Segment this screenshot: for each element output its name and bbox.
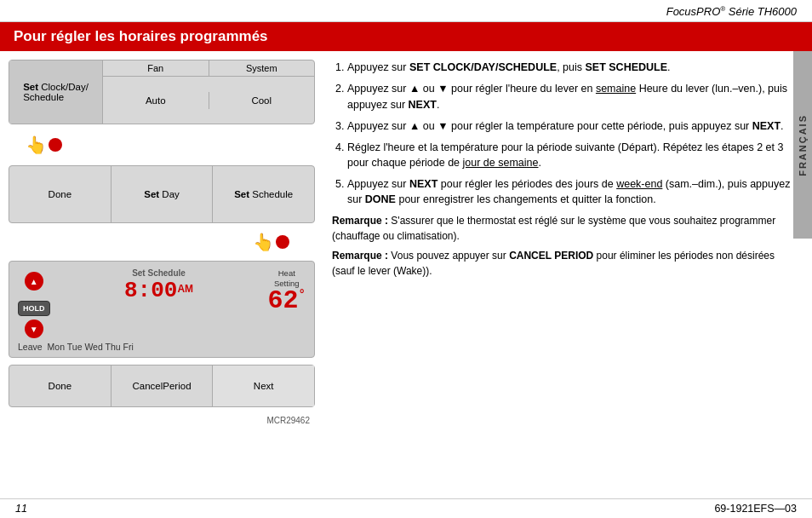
done-action-cell[interactable]: Done — [9, 365, 112, 406]
jour-semaine-underline: jour de semaine — [463, 157, 539, 169]
step2-next: NEXT — [409, 99, 437, 111]
mcr-label: MCR29462 — [9, 414, 315, 425]
panel3-bottom: Leave Mon Tue Wed Thu Fri — [18, 342, 306, 352]
next-cell[interactable]: Next — [213, 365, 314, 406]
step-1: Appuyez sur SET CLOCK/DAY/SCHEDULE, puis… — [347, 60, 795, 75]
note-1: Remarque : S'assurer que le thermostat e… — [332, 214, 795, 244]
time-display: 8:00AM — [124, 279, 193, 302]
temp-value: 62° — [268, 288, 306, 314]
finger-area-2: 👆 — [9, 230, 315, 254]
step2-up: ▲ — [409, 83, 420, 95]
set-schedule-cell: Set Schedule — [213, 166, 314, 222]
schedule-label: Schedule — [249, 189, 293, 199]
day-label: Day — [159, 189, 180, 199]
am-label: AM — [177, 283, 193, 295]
step1-bold2: SET SCHEDULE — [586, 61, 668, 73]
red-circle-2 — [276, 235, 289, 249]
fan-value: Auto — [103, 92, 209, 109]
hand-icon-2: 👆 — [253, 232, 274, 252]
system-value: Cool — [209, 92, 315, 109]
brand-name: FocusPRO — [666, 5, 721, 18]
fan-header: Fan — [103, 60, 209, 76]
section-title: Pour régler les horaires programmés — [0, 22, 812, 51]
step-4: Réglez l'heure et la température pour la… — [347, 140, 795, 170]
step3-next: NEXT — [752, 120, 781, 132]
header: FocusPRO® Série TH6000 — [0, 0, 812, 22]
leave-label: Leave — [18, 342, 43, 352]
cancel-period-cell[interactable]: CancelPeriod — [112, 365, 214, 406]
section-title-text: Pour régler les horaires programmés — [14, 28, 268, 44]
step5-done: DONE — [365, 193, 396, 205]
page: FocusPRO® Série TH6000 Pour régler les h… — [0, 0, 812, 518]
footer: 11 69-1921EFS—03 — [0, 498, 812, 518]
instructions-col: Appuyez sur SET CLOCK/DAY/SCHEDULE, puis… — [323, 60, 803, 498]
temp-number: 62 — [268, 286, 299, 315]
system-header: System — [209, 60, 315, 76]
step-2: Appuyez sur ▲ ou ▼ pour régler l'heure d… — [347, 81, 795, 112]
note2-bold: Remarque : — [332, 250, 388, 262]
finger-area-1: 👆 — [9, 131, 315, 158]
step1-bold1: SET CLOCK/DAY/SCHEDULE — [409, 61, 557, 73]
step-5: Appuyez sur NEXT pour régler les période… — [347, 176, 795, 207]
cancel-period-ref: CANCEL PERIOD — [509, 250, 593, 262]
header-title: FocusPRO® Série TH6000 — [666, 5, 797, 18]
up-arrow-btn[interactable]: ▲ — [25, 272, 43, 291]
degree-symbol: ° — [299, 288, 306, 302]
page-number: 11 — [15, 503, 27, 515]
francais-sidebar: FRANÇAIS — [793, 51, 812, 239]
panel1-set-label: Set Clock/Day/Schedule — [9, 60, 103, 124]
heat-word: Heat — [278, 268, 295, 278]
panel1-right: Fan System Auto Cool — [103, 60, 314, 124]
heat-label-text: Heat Setting — [274, 268, 300, 288]
panel-actions: Done CancelPeriod Next — [9, 365, 315, 407]
red-circle-1 — [49, 138, 62, 152]
panel3-inner: ▲ HOLD ▼ Set Schedule 8:00AM He — [18, 268, 306, 338]
semaine-underline: semaine — [596, 83, 636, 95]
done-cell: Done — [9, 166, 112, 222]
note1-bold: Remarque : — [332, 215, 388, 227]
days-label: Mon Tue Wed Thu Fri — [48, 342, 134, 352]
panel-schedule: ▲ HOLD ▼ Set Schedule 8:00AM He — [9, 261, 315, 358]
cancel-period-label: CancelPeriod — [132, 381, 191, 391]
series-name: Série TH6000 — [725, 5, 797, 18]
steps-list: Appuyez sur SET CLOCK/DAY/SCHEDULE, puis… — [332, 60, 795, 207]
weekend-underline: week-end — [616, 178, 662, 190]
main-content: Set Clock/Day/Schedule Fan System Auto C… — [0, 51, 812, 498]
instructions: Appuyez sur SET CLOCK/DAY/SCHEDULE, puis… — [332, 60, 795, 279]
set-day-cell: Set Day — [112, 166, 214, 222]
done-label: Done — [49, 189, 72, 199]
hand-icon-1: 👆 — [26, 135, 47, 155]
done-action-label: Done — [49, 381, 72, 391]
note-2: Remarque : Vous pouvez appuyer sur CANCE… — [332, 249, 795, 279]
step3-down: ▼ — [437, 120, 448, 132]
time-value: 8:00 — [124, 278, 177, 303]
heat-setting: Heat Setting 62° — [268, 268, 306, 314]
francais-label: FRANÇAIS — [798, 114, 808, 176]
schedule-display: Set Schedule 8:00AM — [57, 268, 261, 302]
set-schedule-bold: Set — [234, 189, 249, 199]
step5-next: NEXT — [409, 178, 437, 190]
panel1-values: Auto Cool — [103, 77, 314, 124]
step3-up: ▲ — [409, 120, 420, 132]
set-schedule-display-label: Set Schedule — [132, 268, 186, 278]
panel-thermostat: Set Clock/Day/Schedule Fan System Auto C… — [9, 60, 315, 124]
set-bold: Set — [23, 82, 38, 92]
set-day-bold: Set — [144, 189, 159, 199]
panel-buttons: Done Set Day Set Schedule — [9, 165, 315, 223]
step2-down: ▼ — [437, 83, 448, 95]
down-arrow-btn[interactable]: ▼ — [25, 319, 43, 338]
doc-number: 69-1921EFS—03 — [714, 503, 797, 515]
device-diagrams: Set Clock/Day/Schedule Fan System Auto C… — [9, 60, 323, 498]
panel1-headers: Fan System — [103, 60, 314, 77]
next-label: Next — [254, 381, 274, 391]
step-3: Appuyez sur ▲ ou ▼ pour régler la tempér… — [347, 118, 795, 134]
hold-button[interactable]: HOLD — [18, 301, 50, 316]
